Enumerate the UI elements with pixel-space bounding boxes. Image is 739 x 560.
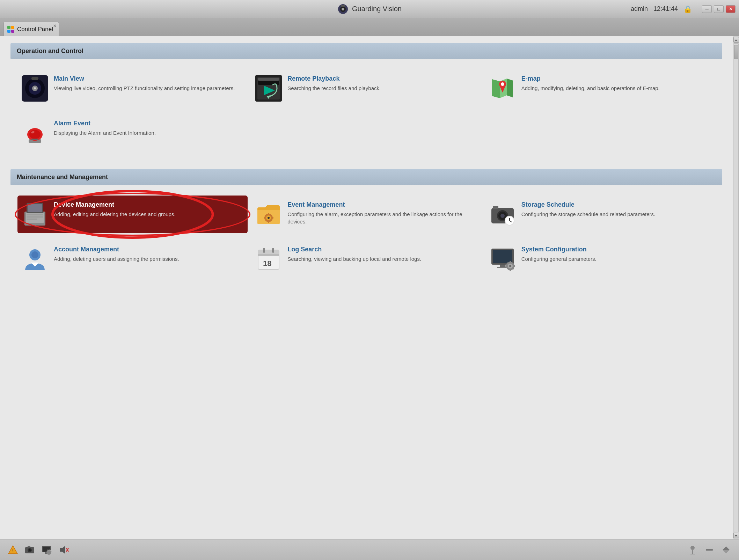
tab-bar: Control Panel ✕ <box>0 18 739 36</box>
event-management-title: Event Management <box>287 201 477 208</box>
device-management-icon <box>22 201 48 228</box>
scroll-down-arrow[interactable]: ▼ <box>733 533 739 538</box>
svg-rect-68 <box>510 269 511 271</box>
control-panel-tab[interactable]: Control Panel ✕ <box>3 22 59 36</box>
remote-playback-title: Remote Playback <box>287 75 477 82</box>
svg-rect-27 <box>31 139 38 140</box>
svg-rect-67 <box>510 261 511 263</box>
tab-close-button[interactable]: ✕ <box>52 23 57 28</box>
svg-marker-92 <box>723 550 730 553</box>
emap-text: E-map Adding, modifying, deleting, and b… <box>521 75 711 92</box>
svg-point-38 <box>268 217 270 219</box>
svg-text:18: 18 <box>263 259 271 268</box>
alarm-event-text: Alarm Event Displaying the Alarm and Eve… <box>54 120 243 137</box>
svg-rect-70 <box>513 265 515 267</box>
remote-playback-desc: Searching the record files and playback. <box>287 84 477 92</box>
maximize-button[interactable]: □ <box>714 5 724 13</box>
svg-rect-32 <box>27 216 43 218</box>
collapse-status-icon[interactable] <box>720 544 732 556</box>
svg-rect-42 <box>271 217 273 219</box>
svg-point-77 <box>29 549 31 551</box>
svg-text:!: ! <box>12 548 14 553</box>
log-search-desc: Searching, viewing and backing up local … <box>287 255 477 263</box>
account-management-icon <box>22 246 48 272</box>
mute-status-icon[interactable] <box>57 544 69 556</box>
main-view-desc: Viewing live video, controlling PTZ func… <box>54 84 243 92</box>
svg-rect-40 <box>268 221 269 223</box>
svg-rect-10 <box>31 77 38 80</box>
alarm-event-title: Alarm Event <box>54 120 243 127</box>
emap-icon <box>489 75 516 102</box>
account-management-title: Account Management <box>54 246 243 253</box>
svg-rect-33 <box>27 219 37 220</box>
svg-marker-91 <box>723 546 730 550</box>
refresh-status-icon[interactable] <box>41 544 52 556</box>
svg-rect-90 <box>706 549 713 551</box>
account-management-item[interactable]: Account Management Adding, deleting user… <box>17 240 248 278</box>
svg-rect-78 <box>28 546 30 547</box>
event-management-desc: Configuring the alarm, exception paramet… <box>287 211 477 225</box>
clock: 12:41:44 <box>653 5 678 13</box>
window-controls: ─ □ ✕ <box>702 5 736 13</box>
pin-status-icon[interactable] <box>687 544 698 556</box>
close-button[interactable]: ✕ <box>726 5 736 13</box>
event-management-text: Event Management Configuring the alarm, … <box>287 201 477 225</box>
svg-marker-18 <box>492 79 500 98</box>
main-area: Operation and Control Main View V <box>0 36 739 539</box>
app-icon <box>337 3 349 15</box>
warning-status-icon[interactable]: ! <box>7 544 19 556</box>
log-search-icon: 18 <box>255 246 282 272</box>
status-icons-left: ! <box>7 544 69 556</box>
account-management-text: Account Management Adding, deleting user… <box>54 246 243 263</box>
storage-schedule-desc: Configuring the storage schedule and rel… <box>521 211 711 218</box>
svg-rect-58 <box>272 248 274 253</box>
alarm-event-item[interactable]: Alarm Event Displaying the Alarm and Eve… <box>17 114 248 152</box>
alarm-event-desc: Displaying the Alarm and Event Informati… <box>54 129 243 137</box>
main-view-item[interactable]: Main View Viewing live video, controllin… <box>17 69 248 107</box>
svg-point-53 <box>31 251 38 258</box>
scrollbar[interactable]: ▲ ▼ <box>733 36 739 539</box>
device-management-title: Device Management <box>54 201 243 208</box>
account-management-desc: Adding, deleting users and assigning the… <box>54 255 243 263</box>
svg-rect-35 <box>28 204 42 212</box>
control-panel-tab-icon <box>7 26 14 33</box>
svg-marker-19 <box>507 79 513 97</box>
content-panel: Operation and Control Main View V <box>0 36 733 539</box>
status-icons-right <box>687 544 732 556</box>
remote-playback-text: Remote Playback Searching the record fil… <box>287 75 477 92</box>
lock-icon[interactable]: 🔒 <box>683 5 692 13</box>
scroll-track[interactable] <box>734 43 739 532</box>
alarm-event-icon <box>22 120 48 146</box>
svg-rect-51 <box>493 206 498 209</box>
operation-grid: Main View Viewing live video, controllin… <box>10 66 722 159</box>
event-management-item[interactable]: Event Management Configuring the alarm, … <box>251 196 481 233</box>
log-search-text: Log Search Searching, viewing and backin… <box>287 246 477 263</box>
system-configuration-item[interactable]: System Configuration Configuring general… <box>485 240 715 278</box>
log-search-item[interactable]: 18 Log Search Searching, viewing and bac… <box>251 240 481 278</box>
app-title: Guarding Vision <box>352 5 402 13</box>
storage-schedule-item[interactable]: Storage Schedule Configuring the storage… <box>485 196 715 233</box>
scroll-up-arrow[interactable]: ▲ <box>733 37 739 43</box>
svg-rect-56 <box>258 254 279 256</box>
main-view-icon <box>22 75 48 102</box>
svg-point-3 <box>342 8 344 10</box>
log-search-title: Log Search <box>287 246 477 253</box>
emap-item[interactable]: E-map Adding, modifying, deleting, and b… <box>485 69 715 107</box>
svg-point-21 <box>501 82 504 86</box>
system-configuration-desc: Configuring general parameters. <box>521 255 711 263</box>
device-management-text: Device Management Adding, editing and de… <box>54 201 243 218</box>
username: admin <box>631 5 648 13</box>
maintenance-grid: Device Management Adding, editing and de… <box>10 192 722 285</box>
system-configuration-text: System Configuration Configuring general… <box>521 246 711 263</box>
device-management-item[interactable]: Device Management Adding, editing and de… <box>17 196 248 233</box>
title-bar: Guarding Vision admin 12:41:44 🔒 ─ □ ✕ <box>0 0 739 18</box>
scroll-thumb[interactable] <box>734 45 738 59</box>
svg-point-87 <box>690 546 695 550</box>
tab-label: Control Panel <box>17 26 53 33</box>
camera-status-icon[interactable] <box>24 544 36 556</box>
remote-playback-item[interactable]: Remote Playback Searching the record fil… <box>251 69 481 107</box>
minimize-status-icon[interactable] <box>703 544 715 556</box>
minimize-button[interactable]: ─ <box>702 5 712 13</box>
main-view-text: Main View Viewing live video, controllin… <box>54 75 243 92</box>
svg-rect-61 <box>493 250 512 263</box>
